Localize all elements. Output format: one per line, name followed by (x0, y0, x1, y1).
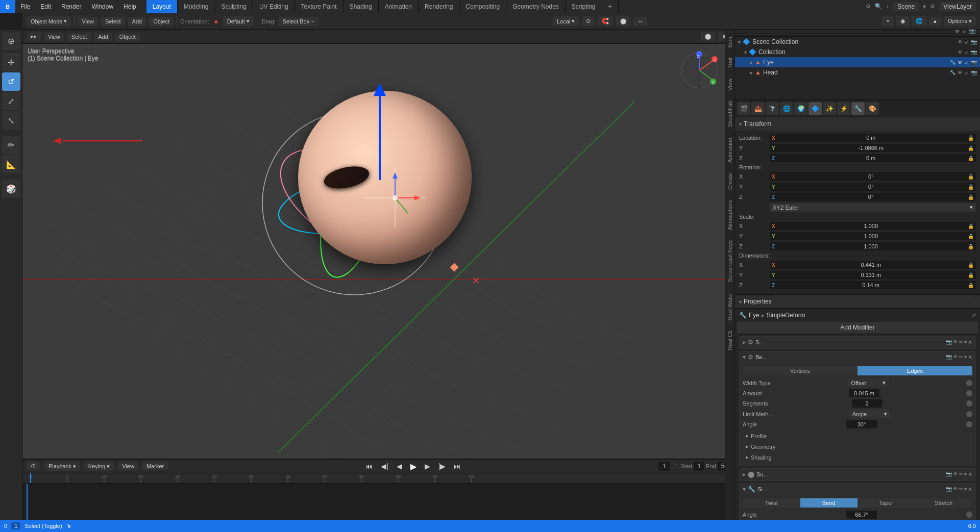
bevel-edit[interactable]: ✏ (959, 354, 963, 361)
tab-sculpting[interactable]: Sculpting (215, 0, 253, 13)
options-btn[interactable]: Options ▾ (944, 16, 976, 26)
loc-x-field[interactable]: X 0 m 🔒 (770, 134, 976, 142)
next-keyframe-btn[interactable]: |▶ (436, 461, 448, 471)
si-cam[interactable]: 📷 (946, 486, 952, 493)
orientation-dropdown[interactable]: Default ▾ (223, 16, 254, 26)
tab-sketchtab[interactable]: SketchFab (725, 95, 734, 133)
menu-file[interactable]: File (15, 0, 35, 13)
rot-z-field[interactable]: Z 0° 🔒 (770, 193, 976, 201)
3d-viewport[interactable]: User Perspective (1) Scene Collection | … (22, 30, 735, 459)
mod-s-cam[interactable]: 📷 (946, 339, 952, 346)
tab-screencast[interactable]: Screencast Keys (725, 235, 734, 288)
tab-realcli[interactable]: Real Cli (725, 325, 734, 356)
transform-gizmo[interactable] (364, 167, 426, 229)
transform-tool[interactable]: ↺ (2, 72, 20, 91)
next-frame-btn[interactable]: ▶ (423, 461, 432, 471)
profile-section[interactable]: ▸ Profile (743, 430, 972, 441)
measure-tool[interactable]: 📐 (2, 155, 20, 173)
vertices-tab[interactable]: Vertices (743, 366, 857, 375)
viewport-rendered[interactable]: 🌐 (912, 16, 927, 26)
si-vis[interactable]: 👁 (953, 486, 958, 493)
tab-shading[interactable]: Shading (344, 0, 379, 13)
editor-type-btn[interactable]: ▸▸ (27, 32, 41, 41)
width-type-dot[interactable] (966, 380, 972, 386)
angle-dot[interactable] (966, 421, 972, 427)
prop-physics-tab[interactable]: ⚡ (837, 102, 850, 115)
timeline-tracks[interactable] (22, 484, 735, 520)
limit-dot[interactable] (966, 411, 972, 417)
play-btn[interactable]: ▶ (408, 461, 419, 472)
su-down[interactable]: ▾ (964, 471, 967, 478)
su-close[interactable]: ✕ (968, 471, 972, 478)
outliner-item-scene-collection[interactable]: ▾ 🔷 Scene Collection 👁 ↙ 📷 (735, 37, 980, 47)
annotate-tool[interactable]: ✏ (2, 136, 20, 154)
bend-tab[interactable]: Bend (800, 498, 858, 508)
pivot-btn[interactable]: ⊙ (582, 16, 595, 26)
loc-z-lock[interactable]: 🔒 (968, 156, 974, 161)
dim-z-field[interactable]: Z 0.14 m 🔒 (770, 281, 976, 289)
tab-rendering[interactable]: Rendering (419, 0, 459, 13)
mod-s-close[interactable]: ✕ (968, 339, 972, 346)
viewport-solid[interactable]: ◉ (896, 16, 910, 26)
tab-modeling[interactable]: Modeling (178, 0, 215, 13)
su-edit[interactable]: ✏ (959, 471, 963, 478)
tab-scripting[interactable]: Scripting (566, 0, 602, 13)
transform-btn[interactable]: ↔ (633, 17, 647, 26)
rotate-tool[interactable]: ⤢ (2, 92, 20, 110)
tab-realwater[interactable]: Real Water (725, 288, 734, 326)
drag-dropdown[interactable]: Select Box ~ (279, 17, 318, 26)
si-close[interactable]: ✕ (968, 486, 972, 493)
twist-tab[interactable]: Twist (743, 498, 800, 508)
scale-x-field[interactable]: X 1.000 🔒 (770, 222, 976, 230)
head-render[interactable]: 📷 (971, 70, 977, 75)
si-angle-dot[interactable] (966, 512, 972, 518)
bevel-expand[interactable]: ▾ (743, 353, 746, 361)
bevel-close[interactable]: ✕ (968, 354, 972, 361)
width-type-dropdown[interactable]: Offset ▾ (848, 378, 889, 387)
segments-value[interactable]: 2 (852, 399, 883, 408)
si-expand[interactable]: ▾ (743, 486, 746, 493)
tab-atmosphere[interactable]: Atmosphere (725, 195, 734, 235)
rot-z-lock[interactable]: 🔒 (968, 194, 974, 200)
su-cam[interactable]: 📷 (946, 471, 952, 478)
tab-tool[interactable]: Tool (725, 53, 734, 73)
col-sel[interactable]: ↙ (965, 49, 969, 55)
move-tool[interactable]: ✛ (2, 53, 20, 71)
prop-world-tab[interactable]: 🌍 (794, 102, 807, 115)
sc-render[interactable]: 📷 (971, 39, 977, 45)
outliner-item-head[interactable]: ▸ ▲ Head 🔧 👁 ↙ 📷 (735, 67, 980, 78)
prop-modifier-tab[interactable]: 🔧 (851, 102, 865, 115)
shading-section[interactable]: ▸ Shading (743, 452, 972, 463)
view-menu[interactable]: View (78, 17, 98, 26)
sc-sel[interactable]: ↙ (965, 39, 969, 45)
su-expand[interactable]: ▸ (743, 471, 746, 478)
proportional-btn[interactable]: ⬤ (616, 16, 630, 26)
viewport-shading[interactable]: ⚬ (881, 16, 894, 26)
stretch-tab[interactable]: Stretch (915, 498, 973, 508)
rot-x-field[interactable]: X 0° 🔒 (770, 172, 976, 181)
prop-particles-tab[interactable]: ✨ (823, 102, 836, 115)
loc-y-lock[interactable]: 🔒 (968, 145, 974, 151)
tab-animation[interactable]: Animation (379, 0, 419, 13)
bevel-down[interactable]: ▾ (964, 354, 967, 361)
bevel-cam[interactable]: 📷 (946, 354, 952, 361)
su-name[interactable]: Su... (756, 471, 944, 477)
dim-x-field[interactable]: X 0.441 m 🔒 (770, 261, 976, 269)
su-vis[interactable]: 👁 (953, 471, 958, 478)
bevel-name[interactable]: Be... (755, 354, 944, 360)
prev-keyframe-btn[interactable]: ◀| (379, 461, 390, 471)
segments-dot[interactable] (966, 400, 972, 407)
properties-header[interactable]: ▾ Properties ··· (735, 295, 980, 308)
loc-y-field[interactable]: Y -1.0866 m 🔒 (770, 144, 976, 152)
loc-z-field[interactable]: Z 0 m 🔒 (770, 154, 976, 162)
scale-y-lock[interactable]: 🔒 (968, 234, 974, 239)
object-menu[interactable]: Object (149, 17, 174, 26)
cursor-tool[interactable]: ⊕ (2, 32, 20, 50)
scale-y-field[interactable]: Y 1.000 🔒 (770, 232, 976, 240)
dim-y-field[interactable]: Y 0.131 m 🔒 (770, 271, 976, 279)
current-frame[interactable]: 1 (658, 462, 670, 471)
add-cube[interactable]: 🎲 (2, 180, 20, 198)
playback-btn[interactable]: Playback ▾ (44, 462, 80, 471)
vp-object-btn[interactable]: Object (115, 33, 140, 41)
bevel-vis[interactable]: 👁 (953, 354, 958, 361)
